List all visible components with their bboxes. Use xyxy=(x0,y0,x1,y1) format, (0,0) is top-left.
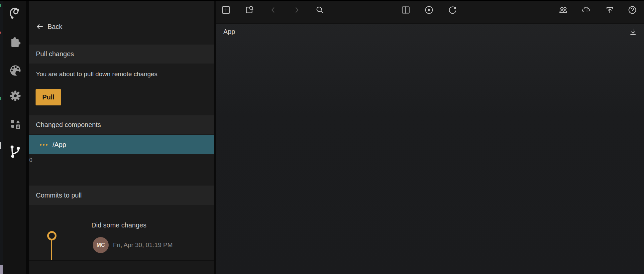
pull-changes-title: Pull changes xyxy=(36,50,74,58)
changed-indicator-icon xyxy=(40,144,48,146)
changed-component-row-app[interactable]: /App xyxy=(29,135,214,154)
background-app-edge xyxy=(0,0,3,274)
pull-description: You are about to pull down remote change… xyxy=(36,70,158,78)
refresh-icon xyxy=(448,5,457,15)
changed-components-title: Changed components xyxy=(36,121,101,129)
changed-components-header: Changed components xyxy=(29,115,214,134)
collaborators-button[interactable] xyxy=(559,5,568,15)
components-import-icon[interactable] xyxy=(7,116,23,132)
upload-icon xyxy=(605,5,614,15)
edge-mark xyxy=(0,32,1,34)
back-button[interactable]: Back xyxy=(36,23,62,31)
commit-timeline-line xyxy=(51,240,52,260)
component-search-icon xyxy=(245,5,254,15)
breadcrumb[interactable]: App xyxy=(223,28,235,36)
commits-to-pull-title: Commits to pull xyxy=(36,192,82,199)
canvas-toolbar xyxy=(216,0,644,24)
back-arrow-icon xyxy=(36,23,44,31)
chevron-left-icon xyxy=(268,5,278,15)
commit-timestamp: Fri, Apr 30, 01:19 PM xyxy=(113,241,173,249)
rail-panel-divider xyxy=(26,0,29,274)
download-component-button[interactable] xyxy=(628,27,638,37)
play-icon xyxy=(424,5,434,15)
version-control-branch-icon[interactable] xyxy=(7,144,23,160)
plugins-puzzle-icon[interactable] xyxy=(7,34,23,50)
edge-mark xyxy=(0,142,1,149)
styles-palette-icon[interactable] xyxy=(7,63,23,78)
split-view-icon xyxy=(401,5,410,15)
cloud-sync-icon xyxy=(581,5,590,15)
window-top-edge xyxy=(0,0,644,1)
changed-component-label: /App xyxy=(53,141,66,149)
upload-button[interactable] xyxy=(605,5,614,15)
noodl-logo-icon[interactable] xyxy=(7,5,23,21)
refresh-button[interactable] xyxy=(448,5,457,15)
back-label: Back xyxy=(48,23,62,31)
help-button[interactable] xyxy=(628,5,637,15)
node-graph-canvas[interactable]: App xyxy=(216,0,644,274)
history-forward-button[interactable] xyxy=(292,5,301,15)
commit-message: Did some changes xyxy=(91,221,147,229)
commit-author-avatar: MC xyxy=(93,237,109,253)
collaborators-icon xyxy=(559,5,568,15)
history-back-button[interactable] xyxy=(268,5,278,15)
add-node-button[interactable] xyxy=(221,5,231,15)
edge-mark xyxy=(0,265,3,274)
run-preview-button[interactable] xyxy=(424,5,434,15)
chevron-right-icon xyxy=(292,5,301,15)
split-view-button[interactable] xyxy=(401,5,410,15)
commit-timeline-node xyxy=(47,231,56,240)
search-icon xyxy=(315,5,324,15)
add-node-icon xyxy=(221,5,231,15)
stray-zero-text: 0 xyxy=(29,157,32,164)
panel-canvas-divider xyxy=(214,0,216,274)
component-search-button[interactable] xyxy=(245,5,254,15)
edge-mark xyxy=(1,172,1,173)
edge-mark xyxy=(1,211,1,217)
version-control-panel: Back Pull changes You are about to pull … xyxy=(29,0,214,274)
settings-gear-icon[interactable] xyxy=(7,88,23,104)
search-button[interactable] xyxy=(315,5,324,15)
edge-mark xyxy=(1,240,1,243)
edge-mark xyxy=(0,97,1,100)
edge-mark xyxy=(0,4,1,7)
pull-changes-header: Pull changes xyxy=(29,45,214,64)
cloud-sync-button[interactable] xyxy=(581,5,590,15)
panel-bottom-section xyxy=(29,261,214,274)
download-icon xyxy=(628,27,638,37)
pull-button[interactable]: Pull xyxy=(36,89,61,105)
commits-to-pull-header: Commits to pull xyxy=(29,186,214,205)
help-icon xyxy=(628,5,637,15)
sidebar-rail xyxy=(0,0,26,274)
